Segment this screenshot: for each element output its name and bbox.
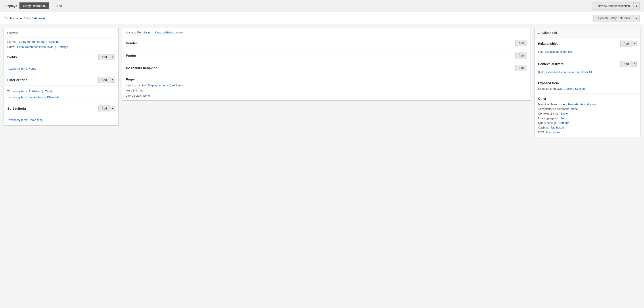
- list-item: (field_associated_channels) User: User I…: [538, 69, 637, 75]
- other-section: Other Machine Name: user_channels_view_d…: [534, 94, 640, 137]
- access-permission-link[interactable]: Permission: [137, 31, 152, 34]
- chevron-down-icon: [634, 42, 635, 45]
- fields-add-group: Add: [98, 54, 115, 60]
- pager-link-display-value[interactable]: None: [143, 94, 150, 97]
- list-item: field_associated_channels: [538, 49, 637, 55]
- fields-add-dropdown[interactable]: [110, 54, 115, 60]
- format-header: Format: [4, 28, 118, 38]
- exposed-form-title: Exposed form: [538, 81, 559, 85]
- use-aggregation-label: Use aggregation:: [538, 116, 560, 120]
- filter-criteria-title: Filter criteria: [7, 78, 28, 82]
- sort-add-group: Add: [98, 105, 115, 111]
- pager-section: Pager Items to display: Display all item…: [122, 74, 531, 101]
- chevron-down-icon: [634, 63, 635, 65]
- contextual-filters-add-dropdown[interactable]: [632, 61, 637, 67]
- admin-comment-value[interactable]: None: [571, 107, 578, 111]
- caching-row: Caching: Tag based: [538, 126, 637, 129]
- list-item: Taxonomy term: Vocabulary (= Channel): [7, 94, 115, 100]
- access-view-published-link[interactable]: View published content: [155, 31, 184, 34]
- no-results-title: No results behavior: [126, 66, 157, 70]
- pager-link-display-label: Link display:: [126, 94, 142, 97]
- machine-name-value[interactable]: user_channels_view_display: [560, 103, 596, 106]
- pager-more-link[interactable]: No: [140, 89, 143, 92]
- contextual-filters-add-btn[interactable]: Add: [620, 61, 632, 67]
- fields-add-btn[interactable]: Add: [98, 54, 110, 60]
- relationships-add-dropdown[interactable]: [632, 41, 637, 46]
- contextual-filters-title: Contextual filters: [538, 62, 563, 66]
- caching-label: Caching:: [538, 126, 549, 129]
- add-display-btn[interactable]: + Add: [51, 3, 64, 10]
- query-settings-value[interactable]: Settings: [559, 121, 569, 124]
- css-class-row: CSS class: None: [538, 130, 637, 134]
- caching-value[interactable]: Tag based: [551, 126, 564, 129]
- footer-add-btn[interactable]: Add: [515, 53, 527, 59]
- contextual-filters-add-group: Add: [620, 61, 637, 67]
- header-add-btn[interactable]: Add: [515, 40, 527, 46]
- no-results-add-btn[interactable]: Add: [515, 65, 527, 71]
- pager-all-items-link[interactable]: All items: [172, 84, 183, 87]
- show-value-link[interactable]: Entity Reference inline fields: [17, 45, 53, 49]
- list-item: Taxonomy term: Name (asc): [7, 117, 115, 123]
- edit-view-name-btn[interactable]: Edit view name/description: [592, 2, 634, 10]
- sort-add-btn[interactable]: Add: [98, 105, 110, 111]
- edit-view-group: Edit view name/description: [592, 2, 640, 10]
- show-row: Show: Entity Reference inline fields | S…: [7, 45, 115, 49]
- fields-body: Taxonomy term: Name: [4, 63, 118, 74]
- exposed-form-row: Exposed form style: Basic | Settings: [538, 87, 637, 90]
- machine-name-row: Machine Name: user_channels_view_display: [538, 103, 637, 106]
- contextual-links-value[interactable]: Shown: [560, 112, 569, 115]
- css-class-value[interactable]: None: [554, 130, 560, 134]
- other-title: Other: [538, 97, 546, 100]
- relationships-item-link[interactable]: field_associated_channels: [538, 50, 572, 53]
- format-label: Format:: [7, 40, 17, 43]
- entity-reference-tab[interactable]: Entity Reference: [20, 3, 49, 9]
- display-name-left: Display name: Entity Reference: [4, 16, 45, 20]
- sort-item-link[interactable]: Taxonomy term: Name (asc): [7, 118, 43, 122]
- display-name-label: Display name:: [4, 17, 22, 20]
- format-settings-link[interactable]: Settings: [49, 40, 59, 43]
- show-settings-link[interactable]: Settings: [58, 45, 68, 49]
- display-name-link[interactable]: Entity Reference: [24, 17, 45, 20]
- pager-items-row: Items to display: Display all items | Al…: [126, 84, 527, 87]
- exposed-form-basic-link[interactable]: Basic: [564, 87, 572, 90]
- duplicate-entity-reference-btn[interactable]: Duplicate Entity Reference: [593, 15, 634, 22]
- pager-display-all-link[interactable]: Display all items: [148, 84, 169, 87]
- sort-criteria-body: Taxonomy term: Name (asc): [4, 114, 118, 125]
- relationships-title: Relationships: [538, 42, 558, 45]
- list-item: Taxonomy term: Name: [7, 66, 115, 71]
- sort-criteria-header: Sort criteria Add: [4, 103, 118, 114]
- filter-add-dropdown[interactable]: [110, 77, 115, 83]
- chevron-down-icon: [636, 17, 637, 20]
- left-panel: Format Format: Entity Reference list | S…: [4, 28, 118, 126]
- relationships-add-btn[interactable]: Add: [620, 41, 632, 47]
- advanced-title: Advanced: [542, 31, 557, 35]
- admin-comment-row: Administrative comment: None: [538, 107, 637, 111]
- collapse-icon[interactable]: ▴: [538, 31, 540, 35]
- show-label: Show:: [7, 45, 15, 49]
- use-aggregation-value[interactable]: No: [561, 116, 565, 120]
- sort-add-dropdown[interactable]: [110, 106, 115, 111]
- format-box: Format Format: Entity Reference list | S…: [4, 28, 118, 51]
- contextual-filters-item-link[interactable]: (field_associated_channels) User: User I…: [538, 70, 592, 74]
- no-results-section-header: No results behavior Add: [122, 62, 530, 74]
- fields-header: Fields Add: [4, 51, 118, 63]
- relationships-add-group: Add: [620, 41, 637, 47]
- pager-items-label: Items to display:: [126, 84, 146, 87]
- filter-item-2-link[interactable]: Taxonomy term: Vocabulary (= Channel): [7, 95, 58, 99]
- header-title: Header: [126, 41, 137, 45]
- exposed-form-section: Exposed form Exposed form style: Basic |…: [534, 78, 640, 94]
- chevron-down-icon: [636, 5, 637, 8]
- show-separator: |: [55, 45, 56, 49]
- exposed-form-header: Exposed form: [538, 81, 637, 85]
- display-name-bar: Display name: Entity Reference Duplicate…: [0, 12, 644, 24]
- duplicate-dropdown-btn[interactable]: [634, 15, 640, 22]
- format-value-link[interactable]: Entity Reference list: [19, 40, 45, 43]
- access-bar: Access: Permission | View published cont…: [122, 28, 531, 37]
- edit-view-dropdown-btn[interactable]: [634, 3, 640, 10]
- fields-item-link[interactable]: Taxonomy term: Name: [7, 67, 36, 70]
- header-section-header: Header Add: [122, 37, 530, 49]
- filter-add-btn[interactable]: Add: [98, 77, 110, 83]
- exposed-form-separator: |: [573, 87, 574, 90]
- filter-item-1-link[interactable]: Taxonomy term: Published (= True): [7, 90, 52, 93]
- exposed-form-settings-link[interactable]: Settings: [575, 87, 586, 90]
